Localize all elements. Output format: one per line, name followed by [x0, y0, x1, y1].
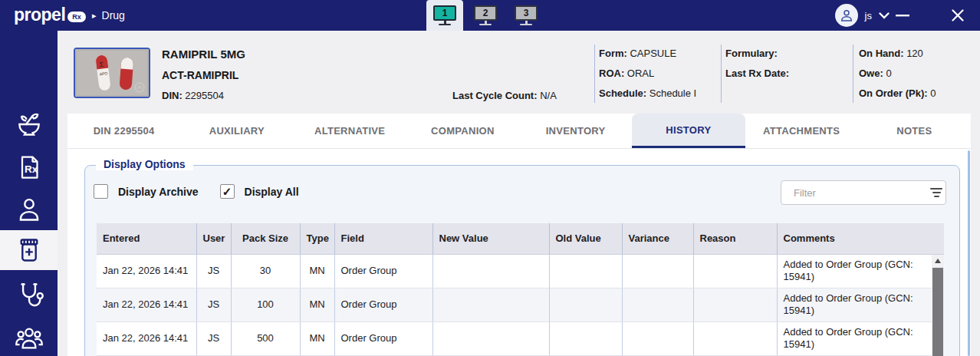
drug-title: RAMIPRIL 5MG	[162, 48, 245, 61]
prescriber-icon	[15, 280, 44, 309]
cell-variance	[622, 288, 693, 321]
cell-entered: Jan 22, 2026 14:41	[97, 254, 196, 288]
sidebar-item-groups[interactable]	[0, 318, 58, 356]
user-menu[interactable]: js	[835, 0, 890, 31]
person-icon	[839, 8, 854, 23]
propel-rx-app: propel Rx ▸ Drug 123 js	[0, 0, 980, 356]
cell-old-value	[549, 288, 622, 321]
section-title: Display Options	[96, 158, 193, 170]
card-scrollbar[interactable]	[968, 150, 970, 356]
monitor-icon: 2	[474, 5, 497, 21]
drug-formulary: Formulary:	[725, 48, 778, 59]
cell-reason	[693, 288, 777, 321]
monitor-tab-1[interactable]: 1	[426, 0, 463, 31]
chevron-down-icon[interactable]	[879, 12, 890, 19]
cell-user: JS	[196, 288, 231, 321]
minimize-icon	[896, 15, 909, 17]
cell-entered: Jan 22, 2026 14:41	[97, 321, 196, 355]
tab-bar: DIN 2295504AUXILIARYALTERNATIVECOMPANION…	[67, 114, 971, 149]
monitor-tab-2[interactable]: 2	[467, 0, 504, 31]
column-header-user: User	[196, 223, 231, 254]
sidebar: Rx	[0, 31, 58, 356]
column-header-type: Type	[300, 223, 334, 254]
header-divider	[721, 44, 722, 103]
cell-pack-size: 500	[231, 321, 300, 355]
filter-field	[781, 180, 946, 205]
history-table-wrap: EnteredUserPack SizeTypeFieldNew ValueOl…	[97, 223, 944, 356]
display-options-panel: Display Options Display Archive✓Display …	[84, 165, 960, 356]
filter-input[interactable]	[794, 187, 929, 199]
propel-rx-logo: propel Rx	[14, 4, 86, 25]
scrollbar-up-icon[interactable]	[932, 255, 944, 266]
sidebar-item-prescriptions[interactable]: Rx	[0, 147, 58, 187]
checkbox-display-archive[interactable]: Display Archive	[94, 184, 199, 199]
main-area: Σ APO RAMIPRIL 5MG ACT-RAMIPRIL DIN:	[58, 31, 980, 356]
cell-type: MN	[300, 321, 334, 355]
cell-old-value	[549, 321, 622, 355]
sidebar-item-patient[interactable]	[0, 190, 58, 229]
cell-old-value	[549, 254, 622, 288]
sidebar-item-drug[interactable]	[0, 230, 58, 270]
drug-header: Σ APO RAMIPRIL 5MG ACT-RAMIPRIL DIN:	[58, 31, 980, 114]
cell-type: MN	[300, 288, 334, 321]
drug-schedule: Schedule: Schedule I	[599, 87, 696, 99]
logo-text: propel	[14, 4, 65, 25]
monitor-tab-3[interactable]: 3	[508, 0, 544, 31]
history-row-1[interactable]: Jan 22, 2026 14:41JS30MNOrder GroupAdded…	[97, 254, 944, 288]
header-divider	[594, 44, 595, 103]
column-header-old-value: Old Value	[549, 223, 622, 254]
user-avatar[interactable]	[835, 4, 858, 27]
cell-reason	[693, 254, 777, 288]
minimize-button[interactable]	[891, 0, 914, 31]
tab-attachments[interactable]: ATTACHMENTS	[745, 114, 858, 148]
checkbox-display-all[interactable]: ✓Display All	[220, 184, 299, 199]
column-header-variance: Variance	[622, 223, 693, 254]
capsules-image: Σ APO	[75, 49, 149, 97]
cell-user: JS	[196, 321, 231, 355]
drug-roa: ROA: ORAL	[599, 68, 654, 79]
history-table: EnteredUserPack SizeTypeFieldNew ValueOl…	[97, 223, 944, 356]
filter-icon[interactable]	[929, 185, 944, 200]
tab-alternative[interactable]: ALTERNATIVE	[294, 114, 406, 148]
cell-user: JS	[196, 254, 231, 288]
cell-comments: Added to Order Group (GCN: 15941)	[777, 288, 944, 321]
column-header-field: Field	[334, 223, 432, 254]
drug-icon	[15, 236, 44, 265]
tab-history[interactable]: HISTORY	[632, 114, 745, 148]
top-bar: propel Rx ▸ Drug 123 js	[0, 0, 980, 31]
scrollbar-thumb[interactable]	[932, 268, 943, 356]
tab-din-2295504[interactable]: DIN 2295504	[67, 114, 180, 148]
drug-on-order: On Order (Pk): 0	[859, 87, 936, 99]
breadcrumb-arrow-icon: ▸	[92, 11, 97, 21]
drug-last-rx-date: Last Rx Date:	[725, 68, 789, 79]
sidebar-item-compounding[interactable]	[0, 104, 58, 144]
column-header-reason: Reason	[693, 223, 777, 254]
cell-entered: Jan 22, 2026 14:41	[97, 288, 196, 321]
tab-inventory[interactable]: INVENTORY	[519, 114, 632, 148]
column-header-entered: Entered	[97, 223, 196, 254]
tab-auxiliary[interactable]: AUXILIARY	[180, 114, 293, 148]
checkbox-unchecked-icon[interactable]	[94, 184, 108, 199]
svg-text:Rx: Rx	[25, 163, 38, 175]
sidebar-item-prescriber[interactable]	[0, 275, 58, 315]
display-options-row: Display Archive✓Display All	[94, 184, 299, 199]
rx-document-icon: Rx	[15, 153, 43, 181]
table-scrollbar[interactable]	[932, 255, 944, 356]
tab-notes[interactable]: NOTES	[858, 114, 971, 148]
drug-detail-card: DIN 2295504AUXILIARYALTERNATIVECOMPANION…	[67, 114, 971, 356]
drug-on-hand: On Hand: 120	[859, 48, 923, 59]
drug-photo: Σ APO	[74, 48, 150, 98]
history-row-2[interactable]: Jan 22, 2026 14:41JS100MNOrder GroupAdde…	[97, 288, 944, 321]
close-button[interactable]	[946, 0, 969, 31]
checkbox-label: Display Archive	[118, 186, 199, 198]
tab-companion[interactable]: COMPANION	[406, 114, 519, 148]
monitor-icon: 1	[433, 5, 456, 21]
history-row-3[interactable]: Jan 22, 2026 14:41JS500MNOrder GroupAdde…	[97, 321, 944, 355]
cell-field: Order Group	[334, 321, 432, 355]
drug-owe: Owe: 0	[859, 68, 892, 79]
history-table-body: Jan 22, 2026 14:41JS30MNOrder GroupAdded…	[97, 254, 944, 355]
cell-variance	[622, 321, 693, 355]
column-header-new-value: New Value	[432, 223, 549, 254]
checkbox-checked-icon[interactable]: ✓	[220, 184, 235, 199]
cell-comments: Added to Order Group (GCN: 15941)	[777, 321, 944, 355]
